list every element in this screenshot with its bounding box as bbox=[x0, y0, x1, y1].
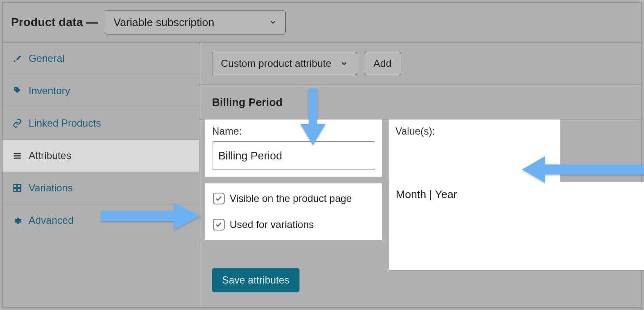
svg-rect-4 bbox=[18, 185, 21, 188]
variations-checkbox-label: Used for variations bbox=[230, 219, 314, 231]
sidebar-item-label: Linked Products bbox=[29, 117, 101, 129]
product-type-select[interactable]: Variable subscription bbox=[105, 10, 286, 34]
attribute-left-column: Name: Visible on the product page bbox=[205, 119, 382, 240]
chevron-down-icon bbox=[269, 19, 277, 26]
attribute-type-select[interactable]: Custom product attribute bbox=[212, 52, 357, 75]
svg-rect-0 bbox=[14, 153, 21, 154]
sidebar-item-variations[interactable]: Variations bbox=[3, 172, 199, 204]
visible-checkbox-row[interactable]: Visible on the product page bbox=[213, 193, 374, 204]
svg-rect-6 bbox=[18, 188, 21, 191]
attribute-top-row: Custom product attribute Add bbox=[199, 42, 641, 85]
attribute-type-selected: Custom product attribute bbox=[221, 58, 331, 69]
svg-rect-3 bbox=[14, 185, 17, 188]
attribute-values-input[interactable] bbox=[389, 182, 644, 270]
wrench-icon bbox=[12, 53, 23, 64]
content-area: Custom product attribute Add Billing Per… bbox=[199, 42, 641, 306]
sidebar-item-advanced[interactable]: Advanced bbox=[3, 204, 199, 236]
sidebar-item-attributes[interactable]: Attributes bbox=[3, 140, 199, 172]
variations-checkbox[interactable] bbox=[213, 219, 225, 231]
attribute-right-column: Value(s): bbox=[389, 119, 641, 240]
name-block: Name: bbox=[205, 119, 382, 177]
panel-body: General Inventory Linked Products Attrib… bbox=[3, 42, 641, 306]
sidebar-item-label: Variations bbox=[29, 182, 73, 194]
grid-icon bbox=[12, 183, 23, 193]
product-type-selected: Variable subscription bbox=[114, 16, 214, 29]
values-block: Value(s): bbox=[389, 119, 560, 183]
tag-icon bbox=[12, 85, 23, 96]
panel-title: Product data — bbox=[11, 16, 98, 29]
link-icon bbox=[12, 118, 23, 129]
sidebar-item-label: General bbox=[29, 53, 64, 64]
svg-rect-2 bbox=[14, 158, 21, 159]
visible-checkbox-label: Visible on the product page bbox=[230, 193, 352, 204]
attribute-body: Name: Visible on the product page bbox=[199, 119, 641, 240]
attribute-title: Billing Period bbox=[212, 96, 283, 109]
visible-checkbox[interactable] bbox=[213, 193, 225, 204]
name-label: Name: bbox=[212, 125, 375, 137]
save-attributes-button[interactable]: Save attributes bbox=[212, 268, 299, 292]
variations-checkbox-row[interactable]: Used for variations bbox=[213, 219, 374, 231]
svg-rect-5 bbox=[14, 188, 17, 191]
sidebar-item-label: Attributes bbox=[29, 150, 71, 162]
values-label: Value(s): bbox=[395, 125, 553, 137]
attribute-name-input[interactable] bbox=[212, 141, 375, 170]
sidebar-item-linked[interactable]: Linked Products bbox=[3, 107, 199, 140]
chevron-down-icon bbox=[340, 59, 348, 68]
checkbox-block: Visible on the product page Used for var… bbox=[205, 183, 382, 240]
gear-icon bbox=[12, 215, 23, 226]
sidebar-item-label: Inventory bbox=[29, 85, 70, 97]
svg-rect-1 bbox=[14, 155, 21, 156]
sidebar-item-label: Advanced bbox=[29, 215, 74, 226]
sidebar: General Inventory Linked Products Attrib… bbox=[3, 42, 199, 306]
sidebar-item-inventory[interactable]: Inventory bbox=[3, 75, 199, 107]
attribute-header[interactable]: Billing Period bbox=[199, 85, 641, 119]
list-icon bbox=[12, 150, 23, 161]
panel-header: Product data — Variable subscription bbox=[3, 3, 641, 42]
sidebar-item-general[interactable]: General bbox=[3, 42, 199, 75]
add-attribute-button[interactable]: Add bbox=[364, 52, 401, 75]
product-data-panel: Product data — Variable subscription Gen… bbox=[2, 2, 642, 308]
